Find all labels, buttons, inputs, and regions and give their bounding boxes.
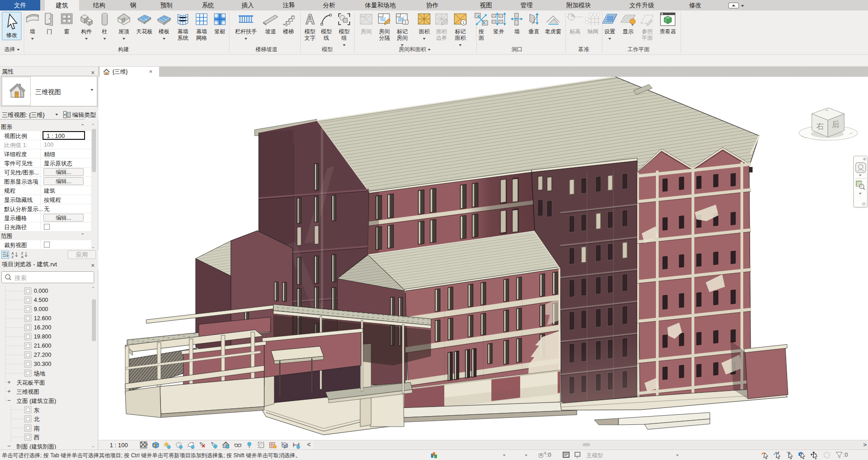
svg-text:1: 1 [405,20,407,24]
svg-text:1: 1 [568,12,570,16]
svg-text:后: 后 [832,120,840,129]
svg-text:右: 右 [816,122,824,131]
svg-text:A: A [21,255,24,259]
svg-text:1: 1 [463,21,465,25]
svg-text:Z: Z [11,255,14,259]
